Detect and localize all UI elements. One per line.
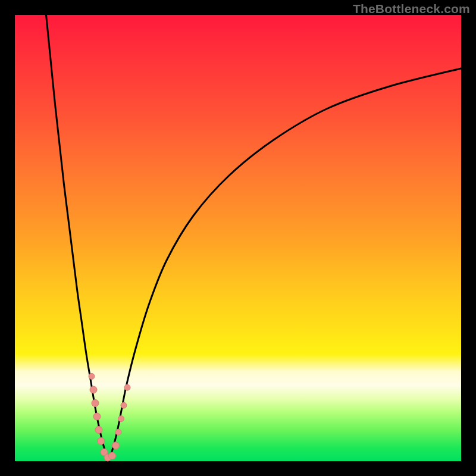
- data-marker: [90, 386, 97, 393]
- data-marker: [109, 452, 116, 459]
- curve-layer: [15, 15, 461, 461]
- data-marker: [124, 384, 130, 390]
- curve-right: [109, 68, 462, 461]
- data-marker: [118, 416, 124, 422]
- curve-left: [46, 15, 109, 461]
- curve-markers: [89, 374, 130, 462]
- plot-area: [15, 15, 461, 461]
- chart-stage: TheBottleneck.com: [0, 0, 476, 476]
- data-marker: [115, 429, 121, 435]
- data-marker: [92, 400, 99, 407]
- data-marker: [95, 427, 102, 434]
- data-marker: [98, 437, 105, 444]
- data-marker: [89, 374, 95, 380]
- data-marker: [112, 442, 120, 449]
- data-marker: [93, 413, 101, 420]
- data-marker: [121, 402, 127, 408]
- watermark-text: TheBottleneck.com: [353, 2, 470, 16]
